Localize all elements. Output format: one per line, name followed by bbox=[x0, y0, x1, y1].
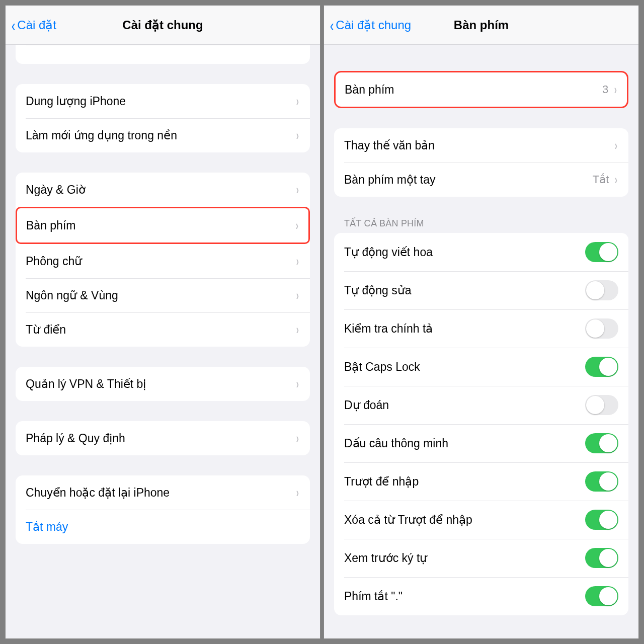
chevron-right-icon: › bbox=[296, 183, 299, 196]
row-label: Bàn phím bbox=[345, 83, 602, 97]
row-label: Phông chữ bbox=[26, 255, 295, 268]
toggle-switch[interactable] bbox=[585, 433, 618, 453]
row-toggle[interactable]: Dự đoán bbox=[334, 386, 628, 424]
row-shutdown[interactable]: Tắt máy bbox=[16, 510, 310, 544]
content-left: Dung lượng iPhone › Làm mới ứng dụng tro… bbox=[6, 45, 320, 638]
highlight-keyboards: Bàn phím 3 › bbox=[334, 71, 628, 108]
chevron-right-icon: › bbox=[296, 486, 299, 499]
toggle-switch[interactable] bbox=[585, 280, 618, 300]
row-label: Ngày & Giờ bbox=[26, 183, 295, 197]
row-label: Xóa cả từ Trượt để nhập bbox=[344, 513, 585, 527]
row-toggle[interactable]: Tự động viết hoa bbox=[334, 233, 628, 271]
row-toggle[interactable]: Kiểm tra chính tả bbox=[334, 309, 628, 348]
row-toggle[interactable]: Xóa cả từ Trượt để nhập bbox=[334, 501, 628, 539]
back-label: Cài đặt chung bbox=[336, 18, 411, 32]
row-label: Tự động sửa bbox=[344, 284, 585, 297]
chevron-left-icon: ‹ bbox=[330, 17, 334, 34]
chevron-right-icon: › bbox=[296, 432, 299, 445]
right-screen: ‹ Cài đặt chung Bàn phím Bàn phím 3 › Th… bbox=[324, 5, 639, 639]
row-toggle[interactable]: Bật Caps Lock bbox=[334, 348, 628, 386]
content-right: Bàn phím 3 › Thay thế văn bản › Bàn phím… bbox=[324, 45, 638, 638]
group-reset: Chuyển hoặc đặt lại iPhone › Tắt máy bbox=[16, 475, 310, 544]
group-vpn: Quản lý VPN & Thiết bị › bbox=[16, 367, 310, 401]
row-label: Làm mới ứng dụng trong nền bbox=[26, 129, 295, 142]
row-iphone-storage[interactable]: Dung lượng iPhone › bbox=[16, 84, 310, 118]
toggle-switch[interactable] bbox=[585, 510, 618, 530]
row-legal[interactable]: Pháp lý & Quy định › bbox=[16, 421, 310, 455]
left-screen: ‹ Cài đặt Cài đặt chung Dung lượng iPhon… bbox=[5, 5, 320, 639]
row-toggle[interactable]: Dấu câu thông minh bbox=[334, 424, 628, 462]
page-title: Bàn phím bbox=[454, 18, 509, 32]
row-label: Ngôn ngữ & Vùng bbox=[26, 289, 295, 302]
row-label: Pháp lý & Quy định bbox=[26, 432, 295, 445]
row-label: Bàn phím bbox=[26, 219, 295, 232]
row-label: Bật Caps Lock bbox=[344, 360, 585, 374]
row-dictionary[interactable]: Từ điển › bbox=[16, 312, 310, 347]
chevron-left-icon: ‹ bbox=[12, 17, 16, 34]
row-label: Bàn phím một tay bbox=[344, 173, 593, 187]
row-label: Thay thế văn bản bbox=[344, 139, 614, 152]
row-fonts[interactable]: Phông chữ › bbox=[16, 244, 310, 278]
row-text-replacement[interactable]: Thay thế văn bản › bbox=[334, 128, 628, 163]
toggle-switch[interactable] bbox=[585, 471, 618, 492]
group-keyboards: Bàn phím 3 › bbox=[334, 71, 628, 108]
partial-row bbox=[16, 45, 310, 64]
row-value: Tắt bbox=[593, 173, 609, 186]
row-language-region[interactable]: Ngôn ngữ & Vùng › bbox=[16, 278, 310, 312]
back-label: Cài đặt bbox=[17, 18, 56, 32]
group-toggles: Tự động viết hoaTự động sửaKiểm tra chín… bbox=[334, 233, 628, 615]
chevron-right-icon: › bbox=[296, 377, 299, 390]
row-label: Xem trước ký tự bbox=[344, 551, 585, 565]
highlight-keyboard: Bàn phím › bbox=[16, 207, 310, 244]
toggle-switch[interactable] bbox=[585, 357, 618, 377]
row-label: Từ điển bbox=[26, 323, 295, 337]
row-toggle[interactable]: Trượt để nhập bbox=[334, 462, 628, 501]
chevron-right-icon: › bbox=[296, 323, 299, 336]
chevron-right-icon: › bbox=[296, 255, 299, 268]
chevron-right-icon: › bbox=[296, 129, 299, 142]
chevron-right-icon: › bbox=[614, 83, 617, 96]
section-header: TẤT CẢ BÀN PHÍM bbox=[334, 218, 628, 229]
row-label: Dấu câu thông minh bbox=[344, 437, 585, 450]
row-label: Dự đoán bbox=[344, 398, 585, 412]
row-toggle[interactable]: Tự động sửa bbox=[334, 271, 628, 309]
group-text-replace: Thay thế văn bản › Bàn phím một tay Tắt … bbox=[334, 128, 628, 197]
toggle-switch[interactable] bbox=[585, 395, 618, 415]
row-keyboard[interactable]: Bàn phím › bbox=[17, 208, 308, 243]
row-toggle[interactable]: Xem trước ký tự bbox=[334, 539, 628, 577]
row-background-refresh[interactable]: Làm mới ứng dụng trong nền › bbox=[16, 118, 310, 152]
toggle-switch[interactable] bbox=[585, 586, 618, 606]
row-label: Kiểm tra chính tả bbox=[344, 322, 585, 336]
row-label: Dung lượng iPhone bbox=[26, 95, 295, 108]
row-keyboards[interactable]: Bàn phím 3 › bbox=[336, 72, 627, 107]
row-vpn-device[interactable]: Quản lý VPN & Thiết bị › bbox=[16, 367, 310, 401]
row-date-time[interactable]: Ngày & Giờ › bbox=[16, 173, 310, 207]
page-title: Cài đặt chung bbox=[122, 18, 203, 32]
row-label: Trượt để nhập bbox=[344, 475, 585, 489]
chevron-right-icon: › bbox=[615, 173, 617, 186]
group-datetime: Ngày & Giờ › Bàn phím › Phông chữ › Ngôn… bbox=[16, 173, 310, 347]
row-one-handed[interactable]: Bàn phím một tay Tắt › bbox=[334, 163, 628, 197]
chevron-right-icon: › bbox=[296, 219, 298, 232]
toggle-switch[interactable] bbox=[585, 548, 618, 568]
navbar-left: ‹ Cài đặt Cài đặt chung bbox=[6, 6, 320, 45]
row-label: Tắt máy bbox=[26, 520, 300, 534]
chevron-right-icon: › bbox=[296, 289, 299, 302]
row-label: Quản lý VPN & Thiết bị bbox=[26, 377, 295, 391]
chevron-right-icon: › bbox=[615, 139, 617, 152]
row-value: 3 bbox=[602, 83, 608, 96]
back-button[interactable]: ‹ Cài đặt chung bbox=[329, 17, 411, 34]
group-storage: Dung lượng iPhone › Làm mới ứng dụng tro… bbox=[16, 84, 310, 152]
chevron-right-icon: › bbox=[296, 95, 299, 108]
toggle-switch[interactable] bbox=[585, 242, 618, 262]
row-label: Chuyển hoặc đặt lại iPhone bbox=[26, 486, 295, 500]
row-transfer-reset[interactable]: Chuyển hoặc đặt lại iPhone › bbox=[16, 475, 310, 510]
row-label: Phím tắt "." bbox=[344, 590, 585, 603]
toggle-switch[interactable] bbox=[585, 318, 618, 339]
navbar-right: ‹ Cài đặt chung Bàn phím bbox=[324, 6, 638, 45]
row-toggle[interactable]: Phím tắt "." bbox=[334, 577, 628, 615]
row-label: Tự động viết hoa bbox=[344, 246, 585, 259]
back-button[interactable]: ‹ Cài đặt bbox=[11, 17, 56, 34]
group-legal: Pháp lý & Quy định › bbox=[16, 421, 310, 455]
